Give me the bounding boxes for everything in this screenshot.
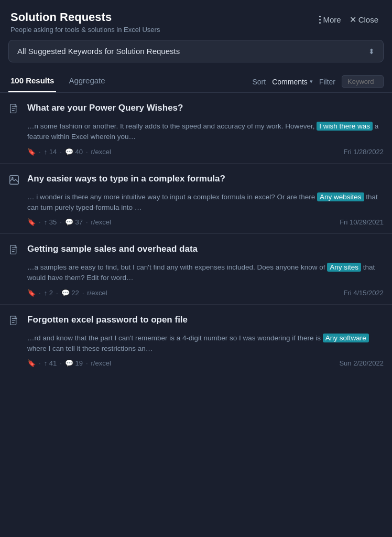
- dots-icon: [319, 16, 321, 24]
- body-after: where I can tell it these restrictions a…: [27, 345, 153, 352]
- list-item[interactable]: Forgotten excel password to open file …r…: [0, 305, 392, 375]
- result-meta: 🔖 · ↑ 14 · 💬 40 · r/excel Fri 1/28/2022: [8, 148, 384, 156]
- results-list: What are your Power Query Wishes? …n som…: [0, 93, 392, 374]
- header: Solution Requests People asking for tool…: [0, 0, 392, 40]
- keyword-dropdown[interactable]: All Suggested Keywords for Solution Requ…: [8, 40, 384, 62]
- result-body: … i wonder is there any more intuitive w…: [8, 192, 384, 213]
- result-meta-left: 🔖 · ↑ 35 · 💬 37 · r/excel: [27, 218, 111, 226]
- body-before: …rd and know that the part I can't remem…: [27, 334, 323, 342]
- result-meta-left: 🔖 · ↑ 41 · 💬 19 · r/excel: [27, 359, 111, 367]
- sort-selector[interactable]: Comments ▾: [272, 78, 313, 86]
- result-body: …rd and know that the part I can't remem…: [8, 333, 384, 355]
- separator: ·: [39, 148, 41, 156]
- list-item[interactable]: Any easier ways to type in a complex for…: [0, 164, 392, 234]
- separator: ·: [86, 218, 88, 226]
- separator: ·: [86, 148, 88, 156]
- header-left: Solution Requests People asking for tool…: [10, 10, 160, 34]
- more-button[interactable]: More: [316, 13, 344, 26]
- result-meta: 🔖 · ↑ 41 · 💬 19 · r/excel Sun 2/20/2022: [8, 359, 384, 367]
- sort-label: Sort: [253, 78, 266, 86]
- more-label: More: [323, 15, 341, 24]
- body-before: …a samples are easy to find, but I can't…: [27, 263, 327, 271]
- upvote-count: ↑ 35: [44, 218, 57, 226]
- toolbar: 100 Results Aggregate Sort Comments ▾ Fi…: [0, 71, 392, 93]
- subreddit: r/excel: [91, 359, 111, 367]
- result-top: Forgotten excel password to open file: [8, 314, 384, 329]
- result-top: What are your Power Query Wishes?: [8, 102, 384, 117]
- result-meta: 🔖 · ↑ 35 · 💬 37 · r/excel Fri 10/29/2021: [8, 218, 384, 226]
- bookmark-icon[interactable]: 🔖: [27, 359, 36, 367]
- dropdown-arrow-icon: ⬍: [368, 47, 375, 56]
- separator: ·: [39, 289, 41, 297]
- comment-count: 💬 19: [65, 359, 83, 367]
- result-date: Fri 10/29/2021: [340, 218, 384, 226]
- result-body: …a samples are easy to find, but I can't…: [8, 262, 384, 284]
- filter-label: Filter: [319, 78, 335, 86]
- close-icon: ✕: [350, 15, 356, 25]
- keyword-highlight: Any sites: [327, 263, 361, 272]
- result-meta: 🔖 · ↑ 2 · 💬 22 · r/excel Fri 4/15/2022: [8, 289, 384, 297]
- sort-chevron-icon: ▾: [310, 78, 313, 85]
- result-title: Forgotten excel password to open file: [27, 314, 188, 326]
- tab-results[interactable]: 100 Results: [8, 71, 56, 92]
- result-meta-left: 🔖 · ↑ 14 · 💬 40 · r/excel: [27, 148, 111, 156]
- upvote-count: ↑ 2: [44, 289, 53, 297]
- result-type-icon: [8, 103, 20, 117]
- list-item[interactable]: Getting sample sales and overhead data ……: [0, 234, 392, 305]
- separator: ·: [60, 359, 62, 367]
- subreddit: r/excel: [91, 148, 111, 156]
- upvote-count: ↑ 14: [44, 148, 57, 156]
- comment-count: 💬 40: [65, 148, 83, 156]
- separator: ·: [39, 218, 41, 226]
- page-title: Solution Requests: [10, 10, 160, 24]
- bookmark-icon[interactable]: 🔖: [27, 218, 36, 226]
- sort-filter-bar: Sort Comments ▾ Filter: [253, 75, 384, 88]
- list-item[interactable]: What are your Power Query Wishes? …n som…: [0, 93, 392, 164]
- bookmark-icon[interactable]: 🔖: [27, 148, 36, 156]
- result-date: Sun 2/20/2022: [339, 359, 384, 367]
- subreddit: r/excel: [91, 218, 111, 226]
- keyword-highlight: I wish there was: [317, 122, 373, 131]
- filter-input[interactable]: [342, 75, 384, 88]
- result-type-icon: [8, 315, 20, 329]
- result-title: What are your Power Query Wishes?: [27, 102, 183, 114]
- result-body: …n some fashion or another. It really ad…: [8, 121, 384, 143]
- result-title: Any easier ways to type in a complex for…: [27, 173, 225, 185]
- separator: ·: [60, 218, 62, 226]
- result-title: Getting sample sales and overhead data: [27, 243, 198, 255]
- subreddit: r/excel: [87, 289, 107, 297]
- result-top: Getting sample sales and overhead data: [8, 243, 384, 258]
- result-type-icon: [8, 244, 20, 258]
- page-subtitle: People asking for tools & solutions in E…: [10, 26, 160, 34]
- bookmark-icon[interactable]: 🔖: [27, 289, 36, 297]
- result-date: Fri 1/28/2022: [343, 148, 384, 156]
- separator: ·: [39, 359, 41, 367]
- separator: ·: [82, 289, 84, 297]
- keyword-highlight: Any websites: [317, 192, 364, 201]
- tab-aggregate[interactable]: Aggregate: [67, 71, 107, 92]
- body-before: … i wonder is there any more intuitive w…: [27, 193, 317, 201]
- body-before: …n some fashion or another. It really ad…: [27, 122, 317, 130]
- separator: ·: [60, 148, 62, 156]
- result-date: Fri 4/15/2022: [343, 289, 384, 297]
- result-type-icon: [8, 174, 20, 188]
- result-meta-left: 🔖 · ↑ 2 · 💬 22 · r/excel: [27, 289, 107, 297]
- comment-count: 💬 22: [61, 289, 79, 297]
- tabs: 100 Results Aggregate: [8, 71, 118, 92]
- separator: ·: [56, 289, 58, 297]
- header-actions: More ✕ Close: [316, 10, 382, 27]
- close-button[interactable]: ✕ Close: [346, 13, 382, 27]
- keyword-highlight: Any software: [323, 334, 369, 342]
- close-label: Close: [358, 15, 378, 24]
- upvote-count: ↑ 41: [44, 359, 57, 367]
- separator: ·: [86, 359, 88, 367]
- result-top: Any easier ways to type in a complex for…: [8, 173, 384, 188]
- dropdown-label: All Suggested Keywords for Solution Requ…: [17, 47, 180, 56]
- dropdown-container: All Suggested Keywords for Solution Requ…: [0, 40, 392, 71]
- comment-count: 💬 37: [65, 218, 83, 226]
